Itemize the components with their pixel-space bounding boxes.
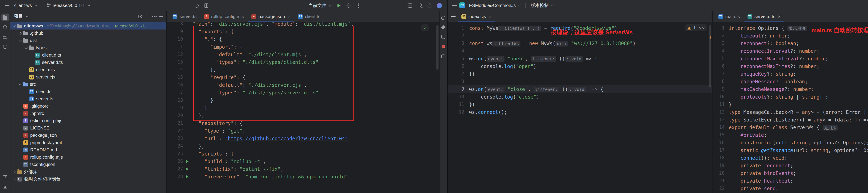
tree-item-README.md[interactable]: MREADME.md bbox=[10, 146, 166, 154]
terminal-tool-icon[interactable] bbox=[1, 173, 9, 181]
run-config-selector[interactable]: 当前文件 bbox=[307, 1, 333, 10]
line-number: 14 bbox=[713, 124, 724, 131]
avatar-glyph bbox=[437, 3, 442, 8]
tree-item-dist[interactable]: dist bbox=[10, 37, 166, 44]
debug-button[interactable] bbox=[345, 2, 352, 9]
tab-index.cjs[interactable]: JSindex.cjs× bbox=[458, 11, 495, 22]
run-script-icon[interactable] bbox=[186, 160, 189, 163]
project-logo-badge: ES bbox=[459, 2, 465, 8]
line-number: 9 bbox=[447, 86, 464, 93]
run-script-icon[interactable] bbox=[186, 175, 189, 179]
tree-item-rollup.config.mjs[interactable]: Rrollup.config.mjs bbox=[10, 154, 166, 161]
project-widget[interactable]: ESModule&CommonJs bbox=[467, 2, 523, 9]
tree-item-server.cjs[interactable]: JSserver.cjs bbox=[10, 73, 166, 81]
menu-icon[interactable] bbox=[450, 13, 457, 20]
tree-item-client.ts[interactable]: TSclient.ts bbox=[10, 88, 166, 95]
inspection-widget[interactable]: ✓ bbox=[421, 24, 429, 31]
folder-file-icon bbox=[23, 39, 28, 43]
tree-item-外部库[interactable]: 外部库 bbox=[10, 168, 166, 175]
ts-file-icon: TS bbox=[29, 89, 34, 94]
inspection-widget[interactable]: 1 bbox=[685, 24, 707, 31]
inspections-ok-icon: ✓ bbox=[424, 25, 426, 30]
tab-rollup.config.mjs[interactable]: Rrollup.config.mjs bbox=[201, 11, 247, 22]
code-line: interface Options { 显示用法 bbox=[729, 24, 807, 32]
code-line: reconnectMaxInterval?: number; bbox=[729, 55, 828, 63]
project-tool-icon[interactable] bbox=[1, 13, 9, 21]
tab-main.ts[interactable]: TSmain.ts bbox=[715, 11, 743, 22]
code-line: private heartbeat; bbox=[729, 177, 793, 185]
tool-windows-icon[interactable] bbox=[203, 2, 210, 9]
tree-item-server.ts[interactable]: TSserver.ts bbox=[10, 95, 166, 102]
run-config-label: 当前文件 bbox=[308, 2, 327, 9]
editor-scrollbar[interactable] bbox=[709, 25, 711, 88]
tree-item-server.d.ts[interactable]: TSserver.d.ts bbox=[10, 59, 166, 66]
search-everywhere-icon[interactable] bbox=[416, 2, 423, 9]
profiler-tool-icon[interactable] bbox=[439, 43, 447, 50]
tab-client.ts[interactable]: TSclient.ts bbox=[294, 11, 324, 22]
editor-scrollbar[interactable] bbox=[436, 25, 438, 70]
tree-item-.npmrc[interactable]: n.npmrc bbox=[10, 110, 166, 117]
tab-package.json[interactable]: npackage.json× bbox=[248, 11, 294, 22]
line-number: 6 bbox=[713, 63, 724, 70]
dependencies-tool-icon[interactable] bbox=[439, 53, 447, 60]
branch-widget[interactable]: release/v0.0.1-1 bbox=[44, 2, 92, 9]
run-script-icon[interactable] bbox=[186, 167, 189, 171]
problems-tool-icon[interactable] bbox=[1, 183, 9, 191]
folder-src-file-icon bbox=[23, 83, 28, 87]
search-icon-glyph bbox=[419, 3, 422, 7]
previous-problem-icon[interactable] bbox=[698, 27, 701, 30]
sync-project-icon[interactable] bbox=[193, 2, 200, 9]
menu-icon[interactable] bbox=[3, 2, 10, 9]
tree-item-src[interactable]: src bbox=[10, 81, 166, 88]
next-problem-icon[interactable] bbox=[702, 26, 705, 29]
close-tab-icon[interactable]: × bbox=[489, 14, 491, 19]
commit-tool-icon[interactable] bbox=[1, 23, 9, 31]
tab-server.ts[interactable]: TSserver.ts bbox=[169, 11, 200, 22]
tree-item-LICENSE[interactable]: ≡LICENSE bbox=[10, 124, 166, 132]
notifications-icon[interactable] bbox=[439, 13, 447, 21]
tree-item-client-ws[interactable]: client-ws~/Desktop/开发/coderlzw/client-ws… bbox=[10, 22, 166, 30]
more-options-icon[interactable] bbox=[154, 16, 155, 17]
ts-file-icon: TS bbox=[29, 96, 34, 101]
database-tool-icon[interactable] bbox=[439, 33, 447, 41]
menu-icon[interactable] bbox=[451, 2, 458, 9]
js-file-icon: JS bbox=[29, 74, 34, 79]
tree-item-pnpm-lock.yaml[interactable]: Ppnpm-lock.yaml bbox=[10, 139, 166, 146]
more-actions-button[interactable] bbox=[355, 2, 362, 9]
code-line: ws.on(event: "open", listener: (): void … bbox=[469, 55, 597, 63]
ai-assistant-icon[interactable] bbox=[439, 23, 447, 31]
collapse-all-icon[interactable] bbox=[146, 15, 150, 18]
close-tab-icon[interactable]: × bbox=[778, 14, 781, 19]
tree-item-client.d.ts[interactable]: TSclient.d.ts bbox=[10, 52, 166, 59]
tree-item-package.json[interactable]: npackage.json bbox=[10, 132, 166, 139]
tree-item-client.mjs[interactable]: JSclient.mjs bbox=[10, 66, 166, 73]
bell-icon bbox=[441, 16, 445, 19]
hide-panel-icon[interactable] bbox=[159, 16, 163, 17]
services-tool-icon[interactable] bbox=[1, 43, 9, 50]
line-number: 7 bbox=[713, 70, 724, 78]
tree-item-label: client.ts bbox=[36, 89, 51, 94]
tool-window-layout-icon[interactable] bbox=[407, 2, 413, 9]
line-number: 16 bbox=[713, 139, 724, 147]
settings-icon[interactable] bbox=[426, 2, 433, 9]
warning-count: 1 bbox=[693, 25, 696, 30]
tree-item-types[interactable]: types bbox=[10, 44, 166, 52]
tree-item-临时文件和控制台[interactable]: >_临时文件和控制台 bbox=[10, 175, 166, 183]
tree-item-eslint.config.mjs[interactable]: Eeslint.config.mjs bbox=[10, 117, 166, 124]
project-widget[interactable]: client-ws bbox=[12, 2, 39, 9]
user-avatar[interactable] bbox=[436, 2, 443, 9]
annotation-red-box-exports bbox=[193, 26, 354, 121]
tree-item-.github[interactable]: .github bbox=[10, 30, 166, 37]
chevron-down-icon[interactable] bbox=[26, 14, 29, 18]
code-editor-index-cjs[interactable]: 1 1const MyWs: ClientWs|(...) = require(… bbox=[447, 22, 712, 193]
locate-file-icon[interactable] bbox=[138, 14, 142, 18]
structure-tool-icon[interactable] bbox=[1, 33, 9, 41]
vcs-widget[interactable]: 版本控制 bbox=[528, 1, 556, 9]
code-editor-server-dts[interactable]: 稀土掘金技术社区 @ 东方智翼牛马的烽 1interface Options {… bbox=[713, 22, 868, 193]
run-button[interactable] bbox=[335, 2, 342, 9]
tab-server.d.ts[interactable]: TSserver.d.ts× bbox=[744, 11, 784, 22]
warning-icon bbox=[687, 26, 691, 29]
tree-item-.gitignore[interactable]: G.gitignore bbox=[10, 102, 166, 110]
close-tab-icon[interactable]: × bbox=[288, 14, 290, 19]
tree-item-tsconfig.json[interactable]: TStsconfig.json bbox=[10, 161, 166, 168]
